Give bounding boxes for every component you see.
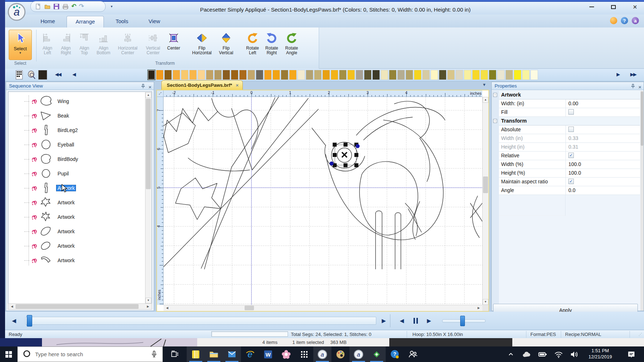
palette-swatch[interactable] xyxy=(372,70,380,80)
pause-icon[interactable] xyxy=(414,318,418,324)
collapse-icon[interactable]: − xyxy=(493,119,497,123)
palette-swatch[interactable] xyxy=(223,70,230,80)
property-value[interactable]: 0.00 xyxy=(568,101,578,106)
tray-wifi-icon[interactable] xyxy=(551,346,567,362)
print-icon[interactable] xyxy=(62,3,69,10)
scroll-down-icon[interactable]: ▼ xyxy=(483,299,488,305)
palette-swatch[interactable] xyxy=(480,70,488,80)
scroll-up-icon[interactable]: ▲ xyxy=(145,92,151,98)
ribbon-button-rotate-angle[interactable]: RotateAngle xyxy=(281,30,302,60)
speed-slider-handle[interactable] xyxy=(460,316,465,326)
palette-swatch[interactable] xyxy=(364,70,372,80)
taskbar-word-icon[interactable]: W xyxy=(259,346,277,362)
sequence-item[interactable]: BirdBody xyxy=(8,152,152,166)
taskbar-clock[interactable]: 1:51 PM 12/21/2019 xyxy=(581,347,619,362)
taskbar-applique-a-icon[interactable]: a xyxy=(349,346,368,362)
checkbox[interactable] xyxy=(568,127,574,132)
ribbon-button-center[interactable]: Center xyxy=(164,30,183,60)
property-value[interactable]: 100.0 xyxy=(568,170,581,176)
palette-swatch[interactable] xyxy=(381,70,388,80)
close-icon[interactable]: × xyxy=(148,85,152,90)
about-icon[interactable]: a xyxy=(632,17,639,24)
play-icon[interactable]: ▶ xyxy=(427,318,431,324)
taskbar-people-icon[interactable] xyxy=(404,346,422,362)
design-canvas[interactable] xyxy=(164,97,482,305)
property-section-artwork[interactable]: Artwork xyxy=(499,91,640,99)
undo-icon[interactable]: ↶ xyxy=(71,4,76,9)
scrollbar-thumb[interactable] xyxy=(146,99,151,189)
palette-swatch[interactable] xyxy=(156,70,164,80)
palette-last-icon[interactable]: ▶▶ xyxy=(630,72,636,77)
color-search-icon[interactable] xyxy=(27,70,36,81)
close-icon[interactable]: × xyxy=(638,85,641,90)
tab-tools[interactable]: Tools xyxy=(107,16,137,27)
scroll-right-icon[interactable]: ▶ xyxy=(145,304,151,309)
pin-icon[interactable] xyxy=(631,83,635,91)
palette-swatch[interactable] xyxy=(331,70,338,80)
start-button[interactable] xyxy=(0,346,17,362)
ribbon-button-rotate-right[interactable]: RotateRight xyxy=(262,30,281,60)
palette-swatch[interactable] xyxy=(181,70,188,80)
taskbar-file-explorer-icon[interactable] xyxy=(205,346,223,362)
palette-next-icon[interactable]: ▶ xyxy=(617,72,619,77)
sequence-item[interactable]: Artwork xyxy=(8,181,152,195)
sequence-item[interactable]: Eyeball xyxy=(8,137,152,152)
current-color-swatch[interactable] xyxy=(38,70,47,80)
save-icon[interactable] xyxy=(53,3,60,10)
scroll-up-icon[interactable]: ▲ xyxy=(483,97,488,103)
ribbon-button-flip-h[interactable]: FlipHorizontal xyxy=(189,30,215,60)
palette-swatch[interactable] xyxy=(322,70,330,80)
taskbar-green-diamond-icon[interactable] xyxy=(368,346,386,362)
palette-swatch[interactable] xyxy=(456,70,463,80)
sequence-horizontal-scrollbar[interactable]: ◀ ▶ xyxy=(8,303,152,310)
sequence-item[interactable]: Artwork xyxy=(8,210,152,224)
lock-icon[interactable] xyxy=(610,17,617,24)
palette-swatch[interactable] xyxy=(272,70,280,80)
tray-battery-icon[interactable] xyxy=(535,346,551,362)
scrollbar-thumb[interactable] xyxy=(16,304,139,309)
sequence-item[interactable]: BirdLeg2 xyxy=(8,123,152,137)
maximize-button[interactable] xyxy=(608,3,619,11)
palette-swatch[interactable] xyxy=(497,70,505,80)
palette-first-icon[interactable]: ◀◀ xyxy=(55,72,61,77)
palette-swatch[interactable] xyxy=(289,70,297,80)
palette-swatch[interactable] xyxy=(214,70,222,80)
palette-swatch[interactable] xyxy=(397,70,405,80)
action-center-icon[interactable] xyxy=(623,346,640,362)
palette-swatch[interactable] xyxy=(173,70,180,80)
palette-swatch[interactable] xyxy=(439,70,446,80)
tab-list-dropdown-icon[interactable]: ▼ xyxy=(482,82,486,87)
tab-view[interactable]: View xyxy=(140,16,169,27)
palette-swatch[interactable] xyxy=(264,70,272,80)
scrollbar-thumb[interactable] xyxy=(245,306,254,310)
property-section-transform[interactable]: Transform xyxy=(499,117,640,125)
property-value[interactable]: 100.0 xyxy=(568,161,581,167)
palette-swatch[interactable] xyxy=(306,70,313,80)
palette-swatch[interactable] xyxy=(256,70,263,80)
checkbox[interactable] xyxy=(568,109,574,115)
palette-swatch[interactable] xyxy=(356,70,363,80)
sequence-item[interactable]: Artwork xyxy=(8,195,152,210)
position-slider-handle[interactable] xyxy=(27,315,32,327)
minimize-button[interactable] xyxy=(586,3,597,11)
taskbar-internet-explorer-icon[interactable]: e xyxy=(241,346,259,362)
task-view-icon[interactable] xyxy=(166,346,183,362)
help-icon[interactable]: ? xyxy=(621,17,628,24)
taskbar-flower-icon[interactable] xyxy=(277,346,295,362)
new-file-icon[interactable] xyxy=(35,3,42,10)
microphone-icon[interactable] xyxy=(150,350,158,360)
palette-swatch[interactable] xyxy=(522,70,530,80)
ribbon-button-flip-v[interactable]: FlipVertical xyxy=(215,30,237,60)
palette-swatch[interactable] xyxy=(148,70,155,80)
taskbar-search[interactable]: Type here to search xyxy=(17,346,163,362)
taskbar-applique-a-icon[interactable]: a xyxy=(313,346,331,362)
scroll-right-icon[interactable]: ▶ xyxy=(476,305,482,311)
tray-chevron-up-icon[interactable] xyxy=(503,346,519,362)
properties-scrollbar[interactable] xyxy=(640,91,644,311)
taskbar-dial-pad-icon[interactable] xyxy=(295,346,313,362)
palette-swatch[interactable] xyxy=(198,70,205,80)
property-value[interactable]: 0.33 xyxy=(568,135,578,141)
palette-grid-icon[interactable] xyxy=(15,70,23,81)
sequence-item[interactable]: Beak xyxy=(8,108,152,123)
palette-swatch[interactable] xyxy=(281,70,288,80)
